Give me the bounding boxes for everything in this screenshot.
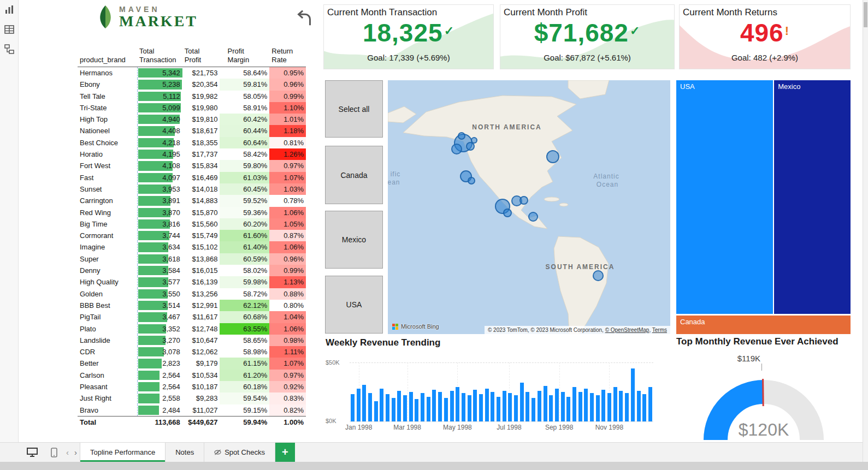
profit-cell[interactable]: $18,355 xyxy=(182,137,220,148)
transactions-cell[interactable]: 3,352 xyxy=(137,323,182,335)
margin-cell[interactable]: 58.02% xyxy=(220,265,269,276)
profit-cell[interactable]: $19,810 xyxy=(182,114,220,125)
margin-cell[interactable]: 62.12% xyxy=(220,300,269,311)
transactions-cell[interactable]: 4,108 xyxy=(137,160,182,171)
table-row[interactable]: CDR3,078$12,06258.98%1.11% xyxy=(78,346,306,358)
new-page-button[interactable]: + xyxy=(275,443,295,462)
margin-cell[interactable]: 60.68% xyxy=(220,311,269,323)
profit-cell[interactable]: $15,749 xyxy=(182,230,220,241)
slicer-usa[interactable]: USA xyxy=(325,276,383,334)
rate-cell[interactable]: 0.97% xyxy=(269,370,306,381)
rate-cell[interactable]: 1.26% xyxy=(269,148,306,160)
brand-cell[interactable]: Landslide xyxy=(78,335,137,346)
transactions-cell[interactable]: 2,484 xyxy=(137,404,182,417)
margin-cell[interactable]: 60.59% xyxy=(220,253,269,265)
data-view-button[interactable] xyxy=(0,20,18,39)
brand-cell[interactable]: Fast xyxy=(78,172,137,183)
brand-cell[interactable]: Tri-State xyxy=(78,102,137,114)
brand-cell[interactable]: Just Right xyxy=(78,392,137,404)
kpi-card-transactions[interactable]: Current Month Transaction 18,325✓ Goal: … xyxy=(323,4,494,69)
store-map[interactable]: NORTH AMERICASOUTH AMERICAAtlanticOceani… xyxy=(388,80,670,334)
brand-cell[interactable]: Pleasant xyxy=(78,381,137,392)
brand-cell[interactable]: Bravo xyxy=(78,404,137,417)
weekly-bar[interactable] xyxy=(631,368,635,421)
brand-cell[interactable]: Denny xyxy=(78,265,137,276)
weekly-bar[interactable] xyxy=(438,392,442,421)
weekly-bar[interactable] xyxy=(520,383,524,421)
table-row[interactable]: Golden3,550$13,25658.72%0.88% xyxy=(78,288,306,300)
brand-cell[interactable]: Horatio xyxy=(78,148,137,160)
slicer-select-all[interactable]: Select all xyxy=(325,80,383,138)
weekly-bar[interactable] xyxy=(427,397,430,421)
brand-cell[interactable]: Sunset xyxy=(78,183,137,195)
profit-cell[interactable]: $10,187 xyxy=(182,381,220,392)
brand-cell[interactable]: PigTail xyxy=(78,311,137,323)
rate-cell[interactable]: 0.81% xyxy=(269,137,306,148)
margin-cell[interactable]: 58.98% xyxy=(220,346,269,358)
margin-cell[interactable]: 61.03% xyxy=(220,172,269,183)
weekly-bar[interactable] xyxy=(549,395,553,421)
brand-cell[interactable]: Carlson xyxy=(78,370,137,381)
table-row[interactable]: Nationeel4,408$18,61760.44%1.18% xyxy=(78,125,306,136)
weekly-bar[interactable] xyxy=(572,387,576,421)
margin-cell[interactable]: 61.20% xyxy=(220,370,269,381)
weekly-bar[interactable] xyxy=(555,389,559,421)
brand-cell[interactable]: Tell Tale xyxy=(78,91,137,102)
desktop-layout-button[interactable] xyxy=(20,443,45,462)
margin-cell[interactable]: 63.55% xyxy=(220,323,269,335)
transactions-cell[interactable]: 3,467 xyxy=(137,311,182,323)
brand-cell[interactable]: CDR xyxy=(78,346,137,358)
brand-cell[interactable]: Better xyxy=(78,358,137,369)
table-row[interactable]: Carlson2,564$10,53461.20%0.97% xyxy=(78,370,306,381)
previous-page-chevron[interactable]: ‹ xyxy=(63,443,72,462)
rate-cell[interactable]: 0.97% xyxy=(269,160,306,171)
margin-cell[interactable]: 61.15% xyxy=(220,358,269,369)
rate-cell[interactable]: 1.07% xyxy=(269,172,306,183)
kpi-card-returns[interactable]: Current Month Returns 496! Goal: 482 (+2… xyxy=(679,4,851,69)
table-row[interactable]: Fort West4,108$15,83459.80%0.97% xyxy=(78,160,306,171)
horizontal-scrollbar[interactable] xyxy=(0,462,868,470)
weekly-bar[interactable] xyxy=(462,393,465,421)
table-row[interactable]: Big Time3,816$15,56060.20%1.05% xyxy=(78,218,306,230)
col-header-margin[interactable]: ProfitMargin xyxy=(220,47,269,67)
weekly-bar[interactable] xyxy=(497,397,500,421)
brand-cell[interactable]: Ebony xyxy=(78,79,137,90)
profit-cell[interactable]: $15,870 xyxy=(182,207,220,218)
weekly-bar[interactable] xyxy=(485,389,489,421)
table-row[interactable]: Plato3,352$12,74863.55%1.06% xyxy=(78,323,306,335)
slicer-mexico[interactable]: Mexico xyxy=(325,211,383,269)
rate-cell[interactable]: 1.11% xyxy=(269,346,306,358)
rate-cell[interactable]: 0.80% xyxy=(269,300,306,311)
profit-cell[interactable]: $17,737 xyxy=(182,148,220,160)
map-bubble[interactable] xyxy=(458,132,465,140)
profit-cell[interactable]: $21,753 xyxy=(182,67,220,79)
transactions-cell[interactable]: 5,238 xyxy=(137,79,182,90)
weekly-bar[interactable] xyxy=(351,394,355,421)
treemap-node-usa[interactable]: USA xyxy=(676,80,773,314)
vertical-scrollbar[interactable] xyxy=(863,0,868,462)
weekly-bar[interactable] xyxy=(584,389,588,421)
table-row[interactable]: Cormorant3,744$15,74961.60%0.87% xyxy=(78,230,306,241)
profit-cell[interactable]: $11,027 xyxy=(182,404,220,417)
table-row[interactable]: Better2,823$9,17961.15%1.07% xyxy=(78,358,306,369)
tab-spot-checks[interactable]: Spot Checks xyxy=(204,443,275,462)
kpi-card-profit[interactable]: Current Month Profit $71,682✓ Goal: $67,… xyxy=(500,4,675,69)
table-row[interactable]: Pleasant2,564$10,18760.18%0.92% xyxy=(78,381,306,392)
brand-cell[interactable]: BBB Best xyxy=(78,300,137,311)
weekly-bar[interactable] xyxy=(380,389,383,421)
table-row[interactable]: Landslide3,270$10,64758.65%0.98% xyxy=(78,335,306,346)
rate-cell[interactable]: 0.98% xyxy=(269,335,306,346)
table-row[interactable]: Red Wing3,870$15,87059.36%1.06% xyxy=(78,207,306,218)
weekly-bar[interactable] xyxy=(637,391,641,421)
margin-cell[interactable]: 59.15% xyxy=(220,404,269,417)
rate-cell[interactable]: 1.10% xyxy=(269,102,306,114)
transactions-cell[interactable]: 3,634 xyxy=(137,241,182,253)
transactions-cell[interactable]: 3,953 xyxy=(137,183,182,195)
weekly-bar[interactable] xyxy=(561,392,565,421)
rate-cell[interactable]: 0.92% xyxy=(269,381,306,392)
rate-cell[interactable]: 0.99% xyxy=(269,91,306,102)
weekly-bar[interactable] xyxy=(619,391,623,421)
transactions-cell[interactable]: 4,097 xyxy=(137,172,182,183)
col-header-transactions[interactable]: TotalTransaction xyxy=(137,47,182,67)
margin-cell[interactable]: 60.42% xyxy=(220,114,269,125)
